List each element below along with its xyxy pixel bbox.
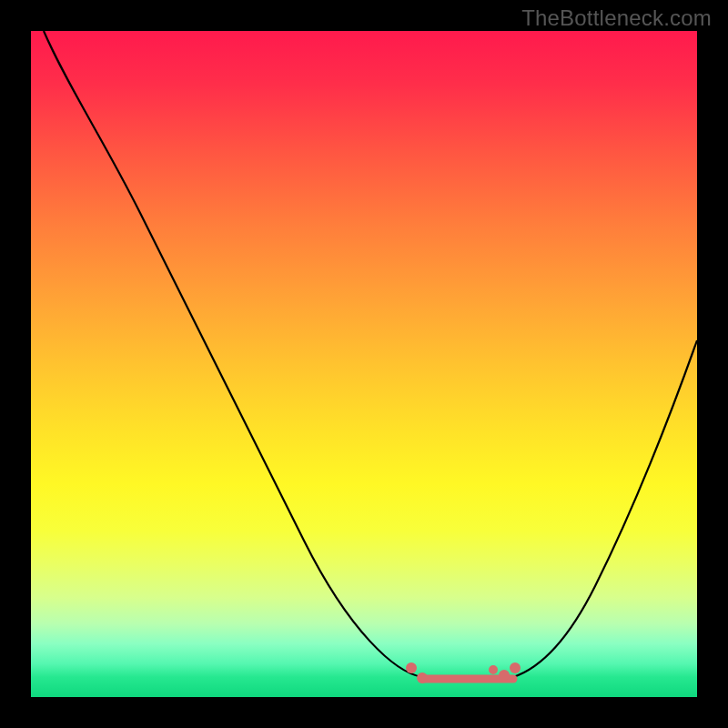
marker-dot-right-1 <box>499 670 510 681</box>
curve-right <box>513 340 697 677</box>
watermark-text: TheBottleneck.com <box>521 5 712 31</box>
marker-dot-right-2 <box>510 662 521 673</box>
curve-left <box>44 31 422 677</box>
marker-dot-bump <box>489 665 498 674</box>
curve-svg <box>31 31 697 697</box>
chart-frame: TheBottleneck.com <box>0 0 728 728</box>
marker-dot-left-2 <box>417 672 428 683</box>
marker-dot-left-1 <box>406 662 417 673</box>
plot-area <box>31 31 697 697</box>
